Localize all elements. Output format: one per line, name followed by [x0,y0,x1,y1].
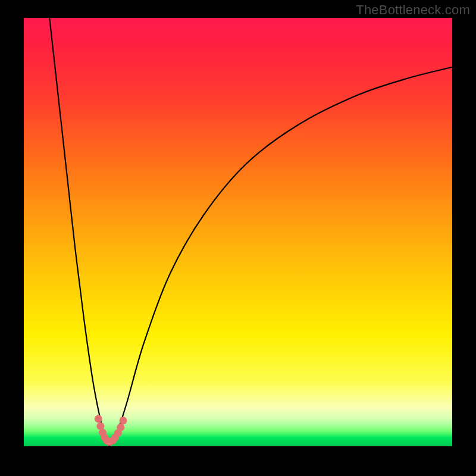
bottleneck-curve-left [49,18,109,446]
trough-marker [120,416,127,424]
curve-group [49,18,452,446]
chart-frame: TheBottleneck.com [0,0,476,476]
chart-svg [24,18,452,446]
bottleneck-curve-right [109,67,452,446]
trough-marker [117,424,124,431]
plot-area [24,18,452,446]
marker-group [95,415,127,446]
watermark-text: TheBottleneck.com [356,2,470,18]
trough-marker [95,415,102,422]
